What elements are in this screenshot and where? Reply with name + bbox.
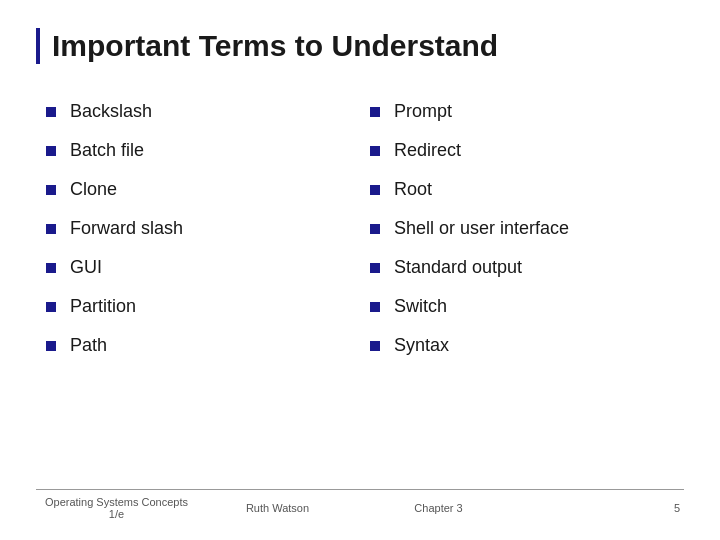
bullet-icon [46, 146, 56, 156]
bullet-icon [46, 263, 56, 273]
list-item: Batch file [36, 131, 360, 170]
list-item: Shell or user interface [360, 209, 684, 248]
list-item: Redirect [360, 131, 684, 170]
right-column: PromptRedirectRootShell or user interfac… [360, 92, 684, 489]
bullet-icon [370, 146, 380, 156]
list-item: Syntax [360, 326, 684, 365]
list-item: Prompt [360, 92, 684, 131]
bullet-icon [46, 302, 56, 312]
footer-page: 5 [519, 502, 684, 514]
bullet-icon [46, 107, 56, 117]
list-item: Clone [36, 170, 360, 209]
footer-author: Ruth Watson [197, 502, 358, 514]
list-item: Partition [36, 287, 360, 326]
slide: Important Terms to Understand BackslashB… [0, 0, 720, 540]
bullet-icon [370, 107, 380, 117]
footer-chapter: Chapter 3 [358, 502, 519, 514]
bullet-icon [370, 224, 380, 234]
bullet-icon [370, 263, 380, 273]
list-item: Standard output [360, 248, 684, 287]
bullet-icon [46, 341, 56, 351]
content-area: BackslashBatch fileCloneForward slashGUI… [36, 92, 684, 489]
list-item: Backslash [36, 92, 360, 131]
list-item: Path [36, 326, 360, 365]
bullet-icon [46, 224, 56, 234]
bullet-icon [46, 185, 56, 195]
list-item: Forward slash [36, 209, 360, 248]
bullet-icon [370, 341, 380, 351]
list-item: GUI [36, 248, 360, 287]
bullet-icon [370, 302, 380, 312]
bullet-icon [370, 185, 380, 195]
footer-course: Operating Systems Concepts 1/e [36, 496, 197, 520]
footer: Operating Systems Concepts 1/e Ruth Wats… [36, 489, 684, 520]
list-item: Switch [360, 287, 684, 326]
title-bar: Important Terms to Understand [36, 28, 684, 64]
left-column: BackslashBatch fileCloneForward slashGUI… [36, 92, 360, 489]
list-item: Root [360, 170, 684, 209]
slide-title: Important Terms to Understand [52, 28, 498, 64]
